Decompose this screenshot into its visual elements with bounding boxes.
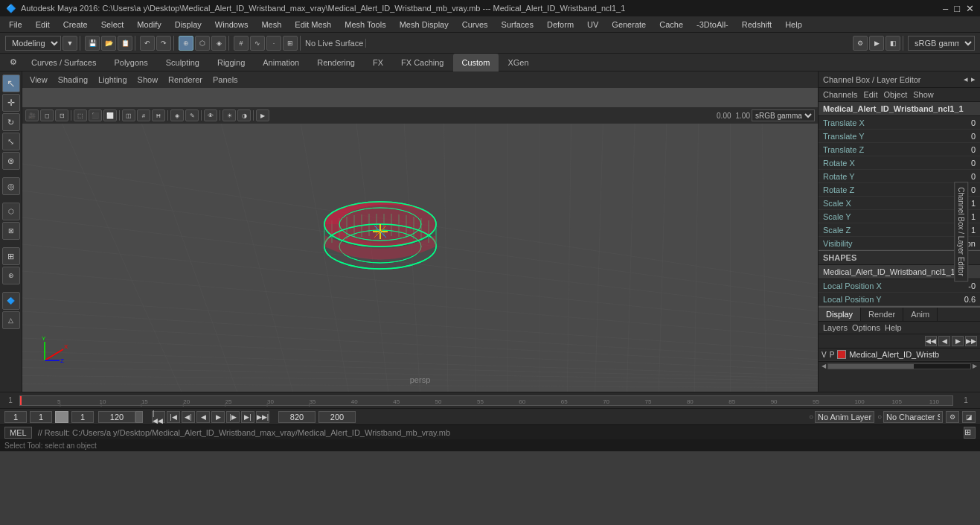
menu-mesh[interactable]: Mesh xyxy=(255,19,287,31)
open-btn[interactable]: 📂 xyxy=(101,36,116,51)
gamma-viewport-select[interactable]: sRGB gamma xyxy=(752,109,815,121)
menu-file[interactable]: File xyxy=(3,19,28,31)
cb-expand-btn[interactable]: ▸ xyxy=(971,74,976,84)
layer-nav-right[interactable]: ▶ xyxy=(952,336,964,346)
rotate-tool-btn[interactable]: ↻ xyxy=(2,113,20,131)
menu-help[interactable]: Help xyxy=(779,19,808,31)
layer-color-swatch[interactable] xyxy=(837,350,846,359)
scale-tool-btn[interactable]: ⤡ xyxy=(2,133,20,150)
attribute-editor-tab[interactable]: Channel Box / Layer Editor xyxy=(955,182,969,281)
vp-menu-show[interactable]: Show xyxy=(135,74,161,86)
history-btn[interactable]: ⊛ xyxy=(2,267,20,284)
menu-deform[interactable]: Deform xyxy=(541,19,580,31)
vp-res-btn[interactable]: ⊡ xyxy=(55,109,68,121)
channel-local-pos-y[interactable]: Local Position Y 0.6 xyxy=(819,293,980,306)
maximize-button[interactable]: □ xyxy=(954,3,960,14)
vp-flat-btn[interactable]: ⬜ xyxy=(103,109,117,121)
cb-menu-edit[interactable]: Edit xyxy=(863,90,877,99)
tab-fx[interactable]: FX xyxy=(364,54,392,71)
select-tool[interactable]: ⊕ xyxy=(179,36,193,51)
tab-custom[interactable]: Custom xyxy=(453,54,499,71)
tab-polygons[interactable]: Polygons xyxy=(105,54,156,71)
vp-select-btn[interactable]: ◈ xyxy=(170,109,184,121)
snap-point[interactable]: · xyxy=(266,36,281,51)
tab-fx-caching[interactable]: FX Caching xyxy=(392,54,452,71)
vp-menu-view[interactable]: View xyxy=(27,74,51,86)
vp-menu-lighting[interactable]: Lighting xyxy=(95,74,130,86)
render-btn[interactable]: ▶ xyxy=(869,36,884,51)
universal-tool-btn[interactable]: ⊚ xyxy=(2,152,20,170)
tab-sculpting[interactable]: Sculpting xyxy=(157,54,208,71)
save-btn[interactable]: 💾 xyxy=(85,36,100,51)
prefs-btn[interactable]: ◪ xyxy=(962,411,976,423)
show-manip-btn[interactable]: ⊠ xyxy=(2,222,20,240)
snap-ops-btn[interactable]: ⊞ xyxy=(2,247,20,265)
tab-animation[interactable]: Animation xyxy=(254,54,308,71)
menu-generate[interactable]: Generate xyxy=(606,19,652,31)
layer-menu-options[interactable]: Options xyxy=(852,323,880,332)
snap-curve[interactable]: ∿ xyxy=(250,36,265,51)
script-editor-btn[interactable]: ⊞ xyxy=(964,427,976,439)
vp-light-btn[interactable]: ☀ xyxy=(222,109,236,121)
timeline-cursor[interactable] xyxy=(20,396,22,405)
viewport-canvas[interactable]: 🎥 ◻ ⊡ ⬚ ⬛ ⬜ ◫ # Ħ ◈ ✎ 👁 ☀ ◑ ▶ xyxy=(22,88,818,392)
mel-label[interactable]: MEL xyxy=(4,427,32,439)
vp-cam-btn[interactable]: 🎥 xyxy=(25,109,39,121)
menu-curves[interactable]: Curves xyxy=(456,19,494,31)
vp-menu-renderer[interactable]: Renderer xyxy=(165,74,205,86)
cb-collapse-btn[interactable]: ◂ xyxy=(964,74,968,84)
next-frame-btn[interactable]: |▶ xyxy=(226,411,240,423)
prev-key-btn[interactable]: |◀ xyxy=(167,411,180,423)
channel-translate-z[interactable]: Translate Z 0 xyxy=(819,143,980,156)
vp-iso-btn[interactable]: ◻ xyxy=(40,109,54,121)
current-frame-input[interactable] xyxy=(30,411,52,423)
close-button[interactable]: ✕ xyxy=(966,3,974,14)
settings-btn[interactable]: ⚙ xyxy=(946,411,959,423)
select-tool-btn[interactable]: ↖ xyxy=(2,74,20,92)
scroll-right-btn[interactable]: ▶ xyxy=(971,363,979,369)
layer-v-toggle[interactable]: V xyxy=(822,351,827,359)
tab-settings-btn[interactable]: ⚙ xyxy=(4,54,22,71)
layer-menu-help[interactable]: Help xyxy=(885,323,902,332)
render-settings[interactable]: ⚙ xyxy=(853,36,868,51)
snap-view[interactable]: ⊞ xyxy=(283,36,298,51)
cb-menu-channels[interactable]: Channels xyxy=(823,90,857,99)
snap-grid[interactable]: # xyxy=(234,36,249,51)
vp-grid-btn[interactable]: # xyxy=(137,109,150,121)
menu-surfaces[interactable]: Surfaces xyxy=(496,19,539,31)
layer-nav-left[interactable]: ◀ xyxy=(938,336,950,346)
vp-wire-btn[interactable]: ⬚ xyxy=(74,109,87,121)
ipr-btn[interactable]: ◧ xyxy=(885,36,900,51)
play-fwd-btn[interactable]: ▶ xyxy=(211,411,225,423)
move-tool-btn[interactable]: ✛ xyxy=(2,94,20,112)
menu-mesh-display[interactable]: Mesh Display xyxy=(394,19,455,31)
tab-rendering[interactable]: Rendering xyxy=(308,54,364,71)
vp-menu-panels[interactable]: Panels xyxy=(210,74,241,86)
menu-display[interactable]: Display xyxy=(169,19,208,31)
viewport[interactable]: View Shading Lighting Show Renderer Pane… xyxy=(22,71,818,392)
soft-select-btn[interactable]: ◎ xyxy=(2,177,20,195)
vp-render-btn[interactable]: ▶ xyxy=(256,109,269,121)
scroll-left-btn[interactable]: ◀ xyxy=(820,363,827,369)
anim-layer-input[interactable] xyxy=(815,411,874,423)
range-end-input[interactable] xyxy=(278,411,316,423)
axis-btn[interactable]: 🔷 xyxy=(2,292,20,310)
vp-paint-btn[interactable]: ✎ xyxy=(185,109,199,121)
tab-rigging[interactable]: Rigging xyxy=(208,54,254,71)
menu-mesh-tools[interactable]: Mesh Tools xyxy=(339,19,391,31)
menu-edit-mesh[interactable]: Edit Mesh xyxy=(289,19,337,31)
channel-rotate-x[interactable]: Rotate X 0 xyxy=(819,156,980,170)
end-range-input[interactable] xyxy=(98,411,135,423)
menu-redshift[interactable]: Redshift xyxy=(736,19,778,31)
saveas-btn[interactable]: 📋 xyxy=(118,36,132,51)
start-frame-input[interactable] xyxy=(4,411,27,423)
layer-nav-left2[interactable]: ◀◀ xyxy=(925,336,937,346)
max-range-input[interactable] xyxy=(318,411,356,423)
layer-tab-anim[interactable]: Anim xyxy=(903,308,938,321)
scrollbar-track[interactable] xyxy=(827,363,971,369)
camera-btn[interactable]: △ xyxy=(2,311,20,329)
menu-create[interactable]: Create xyxy=(57,19,94,31)
vp-hud-btn[interactable]: Ħ xyxy=(152,109,165,121)
layer-tab-render[interactable]: Render xyxy=(861,308,903,321)
vp-show-btn[interactable]: 👁 xyxy=(204,109,217,121)
